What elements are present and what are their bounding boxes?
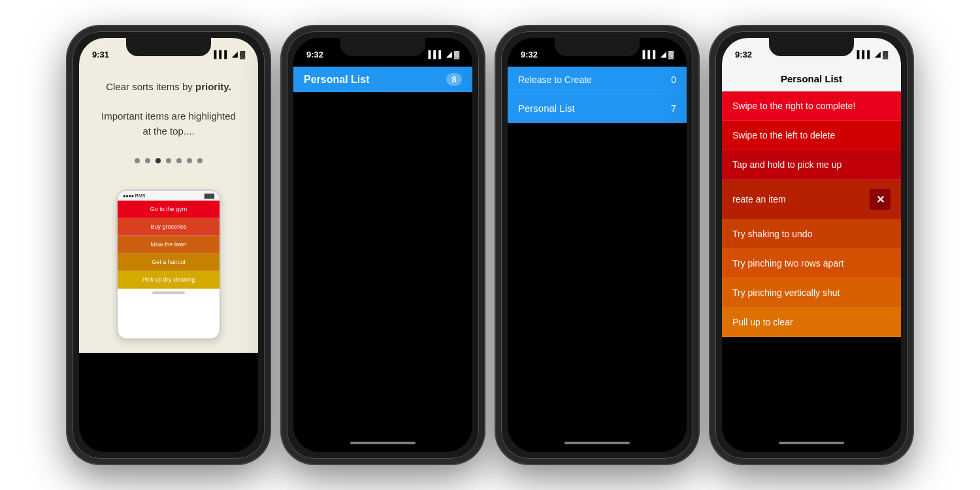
wifi-icon-2: ◢ [446,50,451,59]
dot-5 [176,158,182,163]
onboard-subtext: Important items are highlightedat the to… [101,110,236,137]
wifi-icon-1: ◢ [232,50,237,59]
mini-item-2: Buy groceries [118,218,220,236]
delete-x-icon[interactable]: ✕ [870,189,890,210]
tip-8: Pull up to clear [722,308,901,337]
home-bar-4 [779,442,844,444]
signal-icon-4: ▌▌▌ [857,50,872,58]
mini-status: ●●●● RMS ▓▓▓ [118,191,220,201]
status-icons-1: ▌▌▌ ◢ ▓ [214,50,245,59]
tip-3: Tap and hold to pick me up [722,150,901,180]
home-bar-1 [136,442,201,444]
personal-text: Personal List [518,103,575,114]
dot-3 [155,158,161,163]
phone-4: 9:32 ▌▌▌ ◢ ▓ Personal List Swipe to the … [710,26,913,464]
phone-3: 9:32 ▌▌▌ ◢ ▓ Release to Create 0 Persona… [496,26,698,464]
phone-4-screen: 9:32 ▌▌▌ ◢ ▓ Personal List Swipe to the … [722,38,901,452]
priority-bold: priority. [195,81,231,92]
release-row: Release to Create 0 [508,67,687,93]
phone-1-screen: 9:31 ▌▌▌ ◢ ▓ Clear sorts items by priori… [79,38,258,452]
list-header: Personal List 8 [293,67,472,92]
battery-icon-1: ▓ [240,50,245,58]
phone-2-screen: 9:32 ▌▌▌ ◢ ▓ Personal List 8 [293,38,472,452]
onboard-text: Clear sorts items by priority. Important… [101,80,236,139]
notch-3 [555,38,640,56]
list-count: 8 [446,73,462,86]
status-time-2: 9:32 [306,50,323,59]
notch-2 [340,38,425,56]
status-time-1: 9:31 [92,50,109,59]
mini-item-3: Mow the lawn [118,236,220,253]
tip-4: reate an item ✕ [722,180,901,220]
tip-7: Try pinching vertically shut [722,278,901,308]
release-count: 0 [671,74,676,85]
dot-2 [145,158,150,163]
phone-4-bg: 9:32 ▌▌▌ ◢ ▓ Personal List Swipe to the … [722,38,901,337]
phone-3-screen: 9:32 ▌▌▌ ◢ ▓ Release to Create 0 Persona… [508,38,687,452]
phone-1: 9:31 ▌▌▌ ◢ ▓ Clear sorts items by priori… [67,26,270,464]
phones-container: 9:31 ▌▌▌ ◢ ▓ Clear sorts items by priori… [0,0,980,490]
battery-icon-3: ▓ [668,50,674,58]
status-icons-2: ▌▌▌ ◢ ▓ [429,50,459,59]
notch-1 [126,38,211,56]
dot-1 [135,158,140,163]
home-bar-3 [564,442,630,444]
signal-icon-1: ▌▌▌ [214,50,229,58]
mini-phone: ●●●● RMS ▓▓▓ Go to the gym Buy groceries… [116,189,221,340]
phone-1-bg: 9:31 ▌▌▌ ◢ ▓ Clear sorts items by priori… [79,38,258,353]
status-time-4: 9:32 [735,50,752,59]
tips-header: Personal List [722,67,901,91]
list-title: Personal List [304,74,369,86]
tip-2: Swipe to the left to delete [722,121,901,150]
release-text: Release to Create [518,74,592,85]
status-icons-3: ▌▌▌ ◢ ▓ [643,50,674,59]
notch-4 [769,38,854,56]
signal-icon-2: ▌▌▌ [429,50,444,58]
mini-item-5: Pick up dry cleaning [118,271,220,289]
dot-4 [166,158,171,163]
mini-home-bar [152,291,185,294]
wifi-icon-4: ◢ [875,50,880,59]
status-time-3: 9:32 [521,50,538,59]
dot-6 [187,158,192,163]
mini-item-4: Get a haircut [118,253,220,271]
battery-icon-4: ▓ [883,50,888,58]
dot-7 [197,158,203,163]
home-bar-2 [350,442,416,444]
status-icons-4: ▌▌▌ ◢ ▓ [857,50,888,59]
personal-row: Personal List 7 [508,93,687,123]
phone-2: 9:32 ▌▌▌ ◢ ▓ Personal List 8 [282,26,484,464]
tip-5: Try shaking to undo [722,220,901,249]
onboarding-dots [135,158,203,163]
tip-1: Swipe to the right to complete! [722,91,901,121]
tip-6: Try pinching two rows apart [722,249,901,278]
onboarding-content: Clear sorts items by priority. Important… [79,67,258,353]
wifi-icon-3: ◢ [661,50,666,59]
personal-count: 7 [671,103,676,114]
signal-icon-3: ▌▌▌ [643,50,658,58]
battery-icon-2: ▓ [454,50,459,58]
create-text: reate an item [732,194,786,204]
mini-item-1: Go to the gym [118,201,220,218]
